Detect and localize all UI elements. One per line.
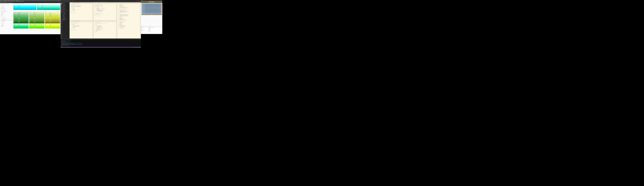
nav-link[interactable]: FAQ <box>152 2 153 3</box>
checkbox[interactable] <box>142 13 142 14</box>
minimap[interactable] <box>92 22 93 38</box>
editor-tab[interactable]: TodoList.js <box>94 3 97 4</box>
menu-bookmarks[interactable]: Bookmarks <box>10 0 13 1</box>
sidebar-item[interactable]: Introduction <box>0 7 13 8</box>
url-field[interactable]: https://material.io <box>2 2 60 3</box>
swatch-row[interactable]: A200#EEFF41 <box>45 25 60 26</box>
menu-item[interactable]: Edit <box>63 0 64 1</box>
swatch-row[interactable]: 900#827717 <box>45 22 60 23</box>
swatch-row[interactable]: 500#CDDC39 <box>45 17 60 18</box>
panel-tab[interactable]: TERMINAL 3 <box>77 39 80 40</box>
swatch-row[interactable]: A200#64FFDA <box>37 6 60 7</box>
sidebar-item[interactable]: Color usage <box>0 22 13 23</box>
status-item[interactable]: ⊘ 0 <box>64 47 64 48</box>
sidebar-item[interactable]: Color <box>0 15 13 17</box>
bookmark-item[interactable]: 📁 <box>6 3 7 3</box>
swatch-row[interactable]: 700#AFB42B <box>45 20 60 21</box>
status-item[interactable]: ⚠ 0 <box>65 47 66 48</box>
nav-link[interactable]: About <box>150 2 152 3</box>
editor-pane[interactable]: TodoList.jssrc > components > TodoList.j… <box>94 2 117 20</box>
swatch-row[interactable]: 500#4CAF50 <box>14 17 28 18</box>
styles-tab[interactable]: Layout <box>151 28 152 28</box>
editor-tab[interactable]: TodoList.js <box>72 3 76 4</box>
explorer-icon[interactable] <box>61 3 62 5</box>
bookmark-item[interactable]: ⊞ <box>0 3 1 3</box>
todo-item[interactable]: Description 1Project 1 <box>142 4 162 5</box>
swatch-row[interactable]: A400#76FF03 <box>29 26 44 27</box>
search-icon[interactable] <box>61 5 62 7</box>
editor-tab[interactable]: Header.js <box>70 21 73 22</box>
checkbox[interactable] <box>142 5 142 6</box>
styles-tab[interactable]: Styles <box>148 28 149 28</box>
sidebar-item[interactable]: Foundation overview <box>0 11 13 12</box>
sidebar[interactable]: Material SystemIntroductionMaterial stud… <box>0 4 13 34</box>
debug-icon[interactable] <box>61 9 62 11</box>
todo-item[interactable]: Description 8Project 8 <box>142 13 162 14</box>
swatch-row[interactable]: A700#00BFA5 <box>37 9 60 10</box>
sidebar-item[interactable]: Text legibility <box>0 23 13 24</box>
forward-icon[interactable]: ▶ <box>1 2 1 2</box>
swatch-row[interactable]: A700#00C853 <box>14 27 28 29</box>
swatch-row[interactable]: A100#F4FF81 <box>45 23 60 25</box>
devtools-tab[interactable]: Sources <box>145 27 147 27</box>
terminal-output[interactable]: >> ./src/style.scss 982 bytes {main} [bu… <box>60 40 141 47</box>
sidebar-item[interactable]: Navigation <box>0 14 13 15</box>
menu-window[interactable]: Window <box>16 0 18 1</box>
swatch-row[interactable]: 300#DCE775 <box>45 14 60 16</box>
menu-item[interactable]: Terminal <box>70 0 71 1</box>
panel-tab[interactable]: DEBUG CONSOLE <box>66 39 69 40</box>
todo-item[interactable]: Description 2Project 2 <box>142 5 162 6</box>
swatch-row[interactable]: 600#7CB342 <box>29 18 44 20</box>
todo-item[interactable]: Description 7Project 7 <box>142 11 162 12</box>
menu-item[interactable]: Code <box>61 0 62 1</box>
sidebar-item[interactable]: Color theme creation <box>0 19 13 20</box>
bookmark-item[interactable]: 📁 <box>12 3 12 3</box>
swatch-row[interactable]: 400#66BB6A <box>14 16 28 17</box>
editor-pane[interactable]: TodoList.jssrc > components > TodoList.j… <box>94 20 117 39</box>
devtools-tab[interactable]: Console <box>143 27 145 27</box>
bookmark-item[interactable]: 📁 <box>4 3 4 3</box>
swatch-row[interactable]: A700#64DD17 <box>29 27 44 29</box>
swatch-row[interactable]: 100#C8E6C9 <box>14 12 28 13</box>
sidebar-item[interactable]: Color usage and palettes <box>0 18 13 19</box>
panel-tab[interactable]: TERMINAL 1 <box>70 39 73 40</box>
panel-tab[interactable]: PROBLEMS <box>61 39 63 40</box>
checkbox[interactable] <box>142 9 142 10</box>
swatch-row[interactable]: A200#69F0AE <box>14 25 28 26</box>
css-rule[interactable]: } <box>148 32 162 32</box>
swatch-row[interactable]: 900#33691E <box>29 22 44 23</box>
editor-tab[interactable]: App.js <box>70 3 72 4</box>
minimap[interactable] <box>92 4 93 20</box>
swatch-row[interactable]: A100#CCFF90 <box>29 23 44 25</box>
swatch-row[interactable]: 200#A5D6A7 <box>14 13 28 14</box>
minimize-icon[interactable] <box>142 0 142 1</box>
bookmark-item[interactable]: 📁 <box>2 3 2 3</box>
swatch-row[interactable]: 700#388E3C <box>14 20 28 21</box>
dom-node[interactable]: </html> <box>141 32 148 32</box>
sidebar-item[interactable]: The color system <box>0 17 13 18</box>
bookmark-item[interactable]: 📁 <box>1 3 2 3</box>
swatch-row[interactable]: 900#1B5E20 <box>14 22 28 23</box>
todo-item[interactable]: Description 6Project 6 <box>142 10 162 11</box>
reload-icon[interactable]: ⟳ <box>2 2 2 2</box>
swatch-row[interactable]: A100#B9F6CA <box>14 23 28 25</box>
swatch-row[interactable]: 400#9CCC65 <box>29 16 44 17</box>
swatch-row[interactable]: A100#84FFFF <box>14 5 36 6</box>
editor-tab[interactable]: NavBar.js <box>77 21 80 22</box>
menu-item[interactable]: Go <box>68 0 68 1</box>
swatch-row[interactable]: A200#B2FF59 <box>29 25 44 26</box>
swatch-row[interactable]: 200#C5E1A5 <box>29 13 44 14</box>
menu-item[interactable]: Help <box>74 0 74 1</box>
sidebar-item[interactable]: Material studies <box>0 8 13 9</box>
url-bar[interactable]: ◀ ▶ ⟳ https://material.io ★ <box>0 2 60 3</box>
swatch-row[interactable]: A400#C6FF00 <box>45 26 60 27</box>
nav-links[interactable]: Home | About | FAQ | Contact <box>141 2 162 3</box>
devtools-tab[interactable]: Network <box>147 27 149 27</box>
editor-tab[interactable]: TodoList.js <box>94 21 97 22</box>
status-item[interactable]: Git Graph <box>67 47 69 48</box>
sidebar-item[interactable]: Environment <box>0 12 13 13</box>
swatch-row[interactable]: A200#18FFFF <box>14 6 36 7</box>
swatch-row[interactable]: 100#F0F4C3 <box>45 12 60 13</box>
editor-tab[interactable]: TodoList.js <box>73 21 77 22</box>
swatch-row[interactable]: 800#9E9D24 <box>45 21 60 22</box>
